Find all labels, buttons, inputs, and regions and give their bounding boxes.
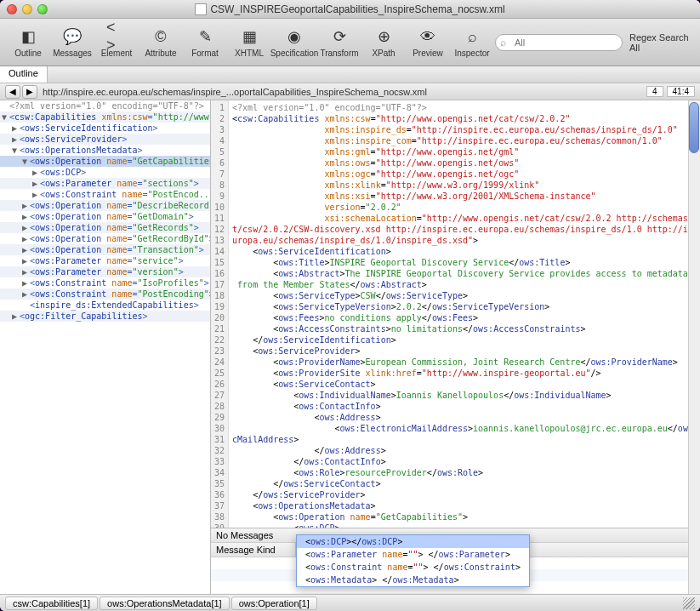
format-icon: ✎ [195,26,215,47]
outline-tree[interactable]: <?xml version="1.0" encoding="UTF-8"?>▼<… [0,100,210,594]
breadcrumb-item[interactable]: csw:Capabilities[1] [5,597,98,610]
xpath-icon: ⊕ [373,26,394,47]
autocomplete-item[interactable]: <ows:Parameter name=""> </ows:Parameter> [297,548,529,561]
outline-row[interactable]: ▶<ows:Operation name="GetRecords"> [0,222,210,233]
outline-row[interactable]: ▶<ows:Constraint name="PostEncoding"> [0,288,210,300]
outline-row[interactable]: ▼<csw:Capabilities xmlns:csw="http://www… [0,111,210,123]
transform-icon: ⟳ [329,26,350,47]
disclosure-triangle[interactable]: ▼ [2,112,9,122]
zoom-button[interactable] [37,4,48,14]
toolbar-xpath[interactable]: ⊕XPath [362,22,405,63]
outline-row[interactable]: ▶<ows:Operation name="GetRecordById"> [0,233,210,244]
window-title: CSW_INSPIREGeoportalCapabilities_Inspire… [0,3,700,15]
window-controls [7,4,48,14]
messages-icon: 💬 [62,26,83,47]
toolbar-attribute[interactable]: ©Attribute [139,22,182,63]
history-index: 4 [646,86,663,97]
element-icon: < > [106,26,127,47]
close-button[interactable] [7,4,17,14]
url-display: http://inspire.ec.europa.eu/schemas/insp… [43,87,646,97]
toolbar-messages[interactable]: 💬Messages [51,22,94,63]
outline-row[interactable]: ▶<ows:Operation name="DescribeRecord"> [0,200,210,211]
search-icon: ⌕ [500,37,506,49]
minimize-button[interactable] [22,4,32,14]
disclosure-triangle[interactable]: ▶ [12,123,20,133]
disclosure-triangle[interactable]: ▶ [12,311,20,321]
attribute-icon: © [151,26,171,47]
toolbar-inspector[interactable]: ⌕Inspector [451,22,493,63]
forward-button[interactable]: ▶ [22,85,37,99]
toolbar-element[interactable]: < >Element [95,22,138,63]
outline-row[interactable]: ▶<ows:Parameter name="version"> [0,266,210,277]
disclosure-triangle[interactable]: ▶ [22,212,30,221]
sidebar-tabbar: Outline [0,66,700,83]
disclosure-triangle[interactable]: ▶ [32,168,40,177]
preview-icon: 👁 [418,26,438,47]
outline-row[interactable]: ▶<ows:Parameter name="sections"> [0,178,210,189]
specification-icon: ◉ [284,26,304,47]
breadcrumb-item[interactable]: ows:Operation[1] [231,597,317,610]
breadcrumb-item[interactable]: ows:OperationsMetadata[1] [100,597,230,610]
outline-row[interactable]: ▶<ows:Constraint name="PostEncod... [0,189,210,200]
outline-row[interactable]: ▶<ows:Parameter name="service"> [0,255,210,266]
back-button[interactable]: ◀ [5,85,20,99]
disclosure-triangle[interactable]: ▶ [22,289,30,299]
outline-row[interactable]: <inspire_ds:ExtendedCapabilities> [0,300,210,311]
col-message-kind[interactable]: Message Kind [211,543,296,557]
toolbar: ◧Outline💬Messages< >Element©Attribute✎Fo… [0,19,700,66]
autocomplete-item[interactable]: <ows:DCP></ows:DCP> [297,535,529,548]
toolbar-specification[interactable]: ◉Specification [272,22,316,63]
app-window: CSW_INSPIREGeoportalCapabilities_Inspire… [0,0,700,611]
inspector-icon: ⌕ [462,26,482,47]
tab-outline[interactable]: Outline [0,66,48,83]
disclosure-triangle[interactable]: ▶ [32,190,40,199]
disclosure-triangle[interactable]: ▶ [22,278,30,288]
search-input[interactable] [495,34,623,51]
disclosure-triangle[interactable]: ▶ [22,267,30,277]
code-lines[interactable]: <?xml version="1.0" encoding="UTF-8"?><c… [229,100,700,528]
outline-row[interactable]: ▶<ows:ServiceProvider> [0,134,210,145]
address-bar: ◀ ▶ http://inspire.ec.europa.eu/schemas/… [0,83,700,100]
cursor-position: 41:4 [667,86,695,97]
autocomplete-item[interactable]: <ows:Constraint name=""> </ows:Constrain… [297,561,529,574]
toolbar-transform[interactable]: ⟳Transform [318,22,361,63]
outline-row[interactable]: ▶<ows:DCP> [0,167,210,178]
disclosure-triangle[interactable]: ▶ [22,234,30,243]
line-gutter: 1234567891011121314151617181920212223242… [211,100,229,528]
outline-row[interactable]: ▶<ows:Constraint name="IsoProfiles"> [0,277,210,288]
autocomplete-popup[interactable]: <ows:DCP></ows:DCP><ows:Parameter name="… [296,534,530,587]
toolbar-preview[interactable]: 👁Preview [407,22,449,63]
autocomplete-item[interactable]: <ows:Metadata> </ows:Metadata> [297,574,529,586]
outline-row[interactable]: <?xml version="1.0" encoding="UTF-8"?> [0,100,210,111]
outline-row[interactable]: ▶<ows:ServiceIdentification> [0,123,210,134]
code-view[interactable]: 1234567891011121314151617181920212223242… [211,100,700,528]
scroll-thumb[interactable] [689,102,699,153]
sidebar: <?xml version="1.0" encoding="UTF-8"?>▼<… [0,100,211,594]
disclosure-triangle[interactable]: ▶ [22,245,30,254]
disclosure-triangle[interactable]: ▼ [12,146,20,155]
file-icon [195,3,207,15]
toolbar-format[interactable]: ✎Format [184,22,226,63]
regex-search-label[interactable]: Regex Search All [629,32,693,53]
outline-icon: ◧ [18,26,38,47]
toolbar-outline[interactable]: ◧Outline [7,22,49,63]
disclosure-triangle[interactable]: ▼ [22,157,30,166]
disclosure-triangle[interactable]: ▶ [22,201,30,210]
outline-row[interactable]: ▶<ogc:Filter_Capabilities> [0,311,210,322]
disclosure-triangle[interactable]: ▶ [22,223,30,232]
vertical-scrollbar[interactable] [688,100,700,528]
disclosure-triangle[interactable]: ▶ [12,134,20,144]
breadcrumb-bar: csw:Capabilities[1]ows:OperationsMetadat… [0,594,700,611]
disclosure-triangle[interactable]: ▶ [32,179,40,188]
outline-row[interactable]: ▶<ows:Operation name="GetDomain"> [0,211,210,222]
titlebar[interactable]: CSW_INSPIREGeoportalCapabilities_Inspire… [0,0,700,19]
resize-grip[interactable] [683,597,695,609]
editor: 1234567891011121314151617181920212223242… [211,100,700,594]
outline-row[interactable]: ▼<ows:Operation name="GetCapabilities"> [0,156,210,167]
toolbar-xhtml[interactable]: ▦XHTML [228,22,270,63]
outline-row[interactable]: ▼<ows:OperationsMetadata> [0,145,210,156]
outline-row[interactable]: ▶<ows:Operation name="Transaction"> [0,244,210,255]
disclosure-triangle[interactable]: ▶ [22,256,30,266]
xhtml-icon: ▦ [239,26,259,47]
